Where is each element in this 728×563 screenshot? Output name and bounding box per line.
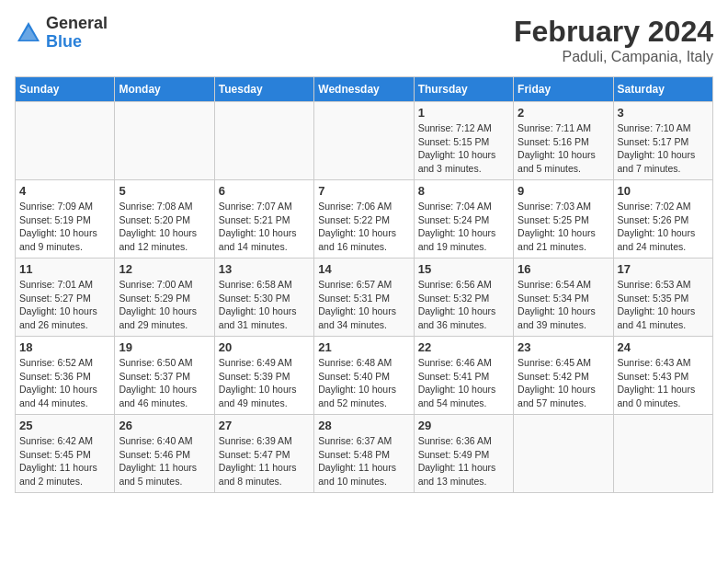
weekday-header-sunday: Sunday [16, 77, 115, 102]
logo: General Blue [15, 15, 108, 52]
calendar-cell: 10Sunrise: 7:02 AMSunset: 5:26 PMDayligh… [613, 180, 712, 259]
calendar-header: SundayMondayTuesdayWednesdayThursdayFrid… [16, 77, 713, 102]
day-info: Sunrise: 7:11 AMSunset: 5:16 PMDaylight:… [518, 121, 609, 176]
day-number: 11 [19, 262, 110, 276]
calendar-cell: 9Sunrise: 7:03 AMSunset: 5:25 PMDaylight… [514, 180, 613, 259]
calendar-cell: 17Sunrise: 6:53 AMSunset: 5:35 PMDayligh… [613, 259, 712, 337]
day-info: Sunrise: 6:56 AMSunset: 5:32 PMDaylight:… [418, 278, 509, 332]
day-number: 4 [19, 184, 110, 198]
day-info: Sunrise: 7:10 AMSunset: 5:17 PMDaylight:… [618, 121, 709, 176]
weekday-header-friday: Friday [514, 77, 613, 102]
calendar-cell: 15Sunrise: 6:56 AMSunset: 5:32 PMDayligh… [414, 259, 513, 337]
calendar-week-1: 1Sunrise: 7:12 AMSunset: 5:15 PMDaylight… [16, 102, 713, 180]
day-number: 16 [518, 262, 609, 276]
calendar-cell [115, 102, 214, 180]
day-info: Sunrise: 6:52 AMSunset: 5:36 PMDaylight:… [19, 356, 110, 410]
calendar-cell: 14Sunrise: 6:57 AMSunset: 5:31 PMDayligh… [314, 259, 414, 337]
calendar-week-4: 18Sunrise: 6:52 AMSunset: 5:36 PMDayligh… [16, 337, 713, 415]
day-number: 25 [19, 419, 110, 432]
day-info: Sunrise: 6:46 AMSunset: 5:41 PMDaylight:… [418, 356, 509, 410]
calendar-cell: 3Sunrise: 7:10 AMSunset: 5:17 PMDaylight… [613, 102, 712, 180]
day-info: Sunrise: 6:50 AMSunset: 5:37 PMDaylight:… [119, 356, 210, 410]
day-number: 15 [418, 262, 509, 276]
day-info: Sunrise: 7:01 AMSunset: 5:27 PMDaylight:… [19, 278, 110, 332]
day-number: 12 [119, 262, 210, 276]
weekday-header-monday: Monday [115, 77, 214, 102]
weekday-header-saturday: Saturday [613, 77, 712, 102]
day-number: 28 [318, 419, 409, 432]
day-info: Sunrise: 6:37 AMSunset: 5:48 PMDaylight:… [318, 434, 409, 488]
calendar-cell [214, 102, 313, 180]
day-info: Sunrise: 6:42 AMSunset: 5:45 PMDaylight:… [19, 434, 110, 488]
day-number: 13 [219, 262, 310, 276]
calendar-cell: 4Sunrise: 7:09 AMSunset: 5:19 PMDaylight… [16, 180, 115, 259]
calendar-cell: 21Sunrise: 6:48 AMSunset: 5:40 PMDayligh… [314, 337, 414, 415]
day-info: Sunrise: 6:54 AMSunset: 5:34 PMDaylight:… [518, 278, 609, 332]
day-number: 19 [119, 340, 210, 354]
logo-icon [15, 19, 42, 47]
day-info: Sunrise: 7:04 AMSunset: 5:24 PMDaylight:… [418, 200, 509, 254]
logo-text: General Blue [46, 15, 108, 52]
day-number: 14 [318, 262, 409, 276]
calendar-table: SundayMondayTuesdayWednesdayThursdayFrid… [15, 76, 713, 493]
calendar-cell: 27Sunrise: 6:39 AMSunset: 5:47 PMDayligh… [214, 415, 313, 493]
day-number: 6 [219, 184, 310, 198]
day-info: Sunrise: 7:09 AMSunset: 5:19 PMDaylight:… [19, 200, 110, 254]
calendar-cell: 12Sunrise: 7:00 AMSunset: 5:29 PMDayligh… [115, 259, 214, 337]
day-info: Sunrise: 7:07 AMSunset: 5:21 PMDaylight:… [219, 200, 310, 254]
weekday-header-tuesday: Tuesday [214, 77, 313, 102]
calendar-cell: 5Sunrise: 7:08 AMSunset: 5:20 PMDaylight… [115, 180, 214, 259]
calendar-cell: 24Sunrise: 6:43 AMSunset: 5:43 PMDayligh… [613, 337, 712, 415]
day-info: Sunrise: 6:53 AMSunset: 5:35 PMDaylight:… [618, 278, 709, 332]
day-info: Sunrise: 7:08 AMSunset: 5:20 PMDaylight:… [119, 200, 210, 254]
weekday-header-thursday: Thursday [414, 77, 513, 102]
day-info: Sunrise: 6:43 AMSunset: 5:43 PMDaylight:… [618, 356, 709, 410]
calendar-cell: 29Sunrise: 6:36 AMSunset: 5:49 PMDayligh… [414, 415, 513, 493]
calendar-week-2: 4Sunrise: 7:09 AMSunset: 5:19 PMDaylight… [16, 180, 713, 259]
day-info: Sunrise: 7:00 AMSunset: 5:29 PMDaylight:… [119, 278, 210, 332]
day-info: Sunrise: 7:03 AMSunset: 5:25 PMDaylight:… [518, 200, 609, 254]
calendar-cell: 6Sunrise: 7:07 AMSunset: 5:21 PMDaylight… [214, 180, 313, 259]
calendar-cell [314, 102, 414, 180]
day-number: 18 [19, 340, 110, 354]
day-number: 27 [219, 419, 310, 432]
calendar-cell: 8Sunrise: 7:04 AMSunset: 5:24 PMDaylight… [414, 180, 513, 259]
calendar-week-3: 11Sunrise: 7:01 AMSunset: 5:27 PMDayligh… [16, 259, 713, 337]
day-info: Sunrise: 7:06 AMSunset: 5:22 PMDaylight:… [318, 200, 409, 254]
day-number: 26 [119, 419, 210, 432]
day-info: Sunrise: 6:40 AMSunset: 5:46 PMDaylight:… [119, 434, 210, 488]
calendar-cell: 11Sunrise: 7:01 AMSunset: 5:27 PMDayligh… [16, 259, 115, 337]
calendar-cell: 2Sunrise: 7:11 AMSunset: 5:16 PMDaylight… [514, 102, 613, 180]
calendar-cell [16, 102, 115, 180]
title-block: February 2024 Paduli, Campania, Italy [514, 15, 713, 65]
day-number: 20 [219, 340, 310, 354]
day-number: 7 [318, 184, 409, 198]
calendar-cell: 26Sunrise: 6:40 AMSunset: 5:46 PMDayligh… [115, 415, 214, 493]
calendar-cell: 22Sunrise: 6:46 AMSunset: 5:41 PMDayligh… [414, 337, 513, 415]
day-info: Sunrise: 6:45 AMSunset: 5:42 PMDaylight:… [518, 356, 609, 410]
day-number: 3 [618, 106, 709, 120]
day-info: Sunrise: 7:12 AMSunset: 5:15 PMDaylight:… [418, 121, 509, 176]
day-info: Sunrise: 6:36 AMSunset: 5:49 PMDaylight:… [418, 434, 509, 488]
day-number: 2 [518, 106, 609, 120]
day-number: 10 [618, 184, 709, 198]
calendar-cell: 20Sunrise: 6:49 AMSunset: 5:39 PMDayligh… [214, 337, 313, 415]
day-info: Sunrise: 6:57 AMSunset: 5:31 PMDaylight:… [318, 278, 409, 332]
calendar-subtitle: Paduli, Campania, Italy [514, 49, 713, 65]
calendar-cell: 23Sunrise: 6:45 AMSunset: 5:42 PMDayligh… [514, 337, 613, 415]
calendar-cell: 13Sunrise: 6:58 AMSunset: 5:30 PMDayligh… [214, 259, 313, 337]
calendar-cell [613, 415, 712, 493]
calendar-cell: 25Sunrise: 6:42 AMSunset: 5:45 PMDayligh… [16, 415, 115, 493]
day-number: 23 [518, 340, 609, 354]
day-number: 1 [418, 106, 509, 120]
weekday-header-wednesday: Wednesday [314, 77, 414, 102]
day-number: 21 [318, 340, 409, 354]
day-number: 29 [418, 419, 509, 432]
day-info: Sunrise: 6:39 AMSunset: 5:47 PMDaylight:… [219, 434, 310, 488]
day-info: Sunrise: 6:49 AMSunset: 5:39 PMDaylight:… [219, 356, 310, 410]
day-number: 8 [418, 184, 509, 198]
calendar-week-5: 25Sunrise: 6:42 AMSunset: 5:45 PMDayligh… [16, 415, 713, 493]
day-info: Sunrise: 7:02 AMSunset: 5:26 PMDaylight:… [618, 200, 709, 254]
calendar-cell: 7Sunrise: 7:06 AMSunset: 5:22 PMDaylight… [314, 180, 414, 259]
day-info: Sunrise: 6:58 AMSunset: 5:30 PMDaylight:… [219, 278, 310, 332]
